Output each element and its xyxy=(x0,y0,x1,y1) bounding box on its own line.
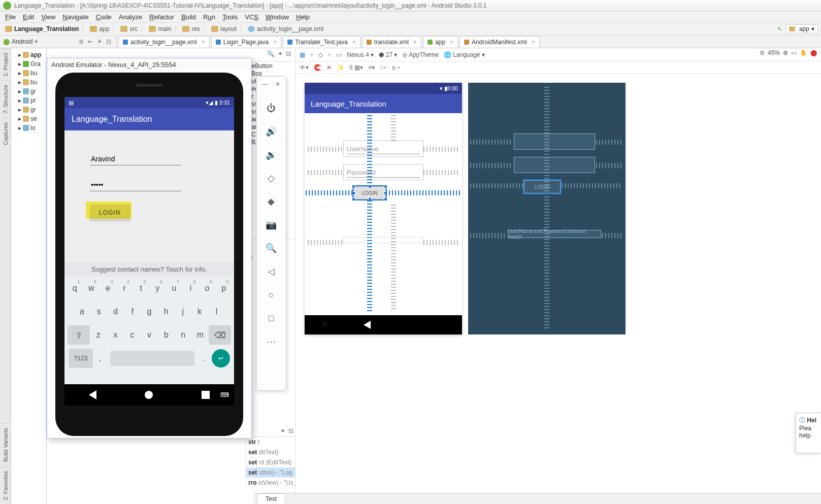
bp-username[interactable] xyxy=(514,133,595,150)
home-icon[interactable]: ○ xyxy=(264,288,278,302)
tree-node[interactable]: ▸app xyxy=(11,50,46,59)
view-mode-icon[interactable]: ▦ xyxy=(300,51,305,58)
key-b[interactable]: b xyxy=(159,325,173,345)
key-i[interactable]: 8i xyxy=(183,279,198,298)
zoom-icon[interactable]: 🔍 xyxy=(264,241,278,255)
key-r[interactable]: 4r xyxy=(117,279,132,298)
close-tab-icon[interactable]: × xyxy=(202,39,205,46)
gutter-captures[interactable]: Captures xyxy=(2,118,10,149)
menu-view[interactable]: View xyxy=(38,12,58,22)
blueprint-preview[interactable]: LOGIN UserName and Password doesnot matc… xyxy=(468,83,626,334)
breadcrumb-res[interactable]: res xyxy=(180,25,202,32)
component-tree-node[interactable]: str t xyxy=(246,437,295,447)
volume-up-icon[interactable]: 🔊 xyxy=(264,124,278,139)
key-o[interactable]: 9o xyxy=(200,279,214,298)
guidelines-icon[interactable]: ⫼▾ xyxy=(391,64,400,71)
tree-node[interactable]: ▸Gra xyxy=(11,59,46,69)
close-tab-icon[interactable]: × xyxy=(413,39,417,46)
symbols-key[interactable]: ?123 xyxy=(69,349,93,368)
component-tree-node[interactable]: set rd (EditText) xyxy=(246,457,295,467)
collapse-icon[interactable]: ⇤ xyxy=(88,38,95,45)
ctree-gear-icon[interactable]: ✦ xyxy=(280,427,285,434)
menu-code[interactable]: Code xyxy=(93,12,115,22)
overview-icon[interactable]: □ xyxy=(264,311,278,325)
emulator-username-input[interactable] xyxy=(90,153,181,165)
power-icon[interactable]: ⏻ xyxy=(264,101,278,115)
key-f[interactable]: f xyxy=(125,302,140,321)
rotate-right-icon[interactable]: ◆ xyxy=(264,194,278,209)
key-m[interactable]: m xyxy=(193,325,207,345)
menu-refactor[interactable]: Refactor xyxy=(146,12,177,22)
component-tree-node[interactable]: set utton) - "Log xyxy=(246,467,295,478)
align-icon[interactable]: ⫶▾ xyxy=(380,64,386,71)
device-selector[interactable]: Nexus 4 ▾ xyxy=(347,51,374,58)
emulator-screen[interactable]: ▤ ▾◢ ▮ 3:31 Language_Translation LOGIN S… xyxy=(64,97,234,406)
default-margin[interactable]: 8 ▦▾ xyxy=(349,64,363,71)
eye-icon[interactable]: 👁▾ xyxy=(300,64,309,71)
keyboard-icon[interactable]: ⌨ xyxy=(220,391,229,398)
preview-password-input[interactable]: Password xyxy=(343,164,423,180)
keyboard-suggestion-bar[interactable]: Suggest contact names? Touch for info. xyxy=(64,261,234,277)
pan-icon[interactable]: ✋ xyxy=(800,49,807,56)
emu-min-icon[interactable]: — xyxy=(262,81,268,88)
bp-password[interactable] xyxy=(514,157,595,173)
menu-build[interactable]: Build xyxy=(178,12,199,22)
infer-constraints-icon[interactable]: ✨ xyxy=(337,64,344,71)
editor-tab[interactable]: activity_login__page.xml× xyxy=(118,36,210,48)
shift-key[interactable]: ⇧ xyxy=(68,325,90,345)
key-v[interactable]: v xyxy=(142,325,156,345)
api-selector[interactable]: ⬣ 27 ▾ xyxy=(379,51,397,58)
language-selector[interactable]: 🌐 Language ▾ xyxy=(444,51,485,58)
close-tab-icon[interactable]: × xyxy=(450,39,453,46)
menu-analyze[interactable]: Analyze xyxy=(116,12,145,22)
theme-selector[interactable]: ◎ AppTheme xyxy=(402,51,438,58)
key-z[interactable]: z xyxy=(91,325,106,345)
menu-edit[interactable]: Edit xyxy=(20,12,37,22)
soft-keyboard[interactable]: 1q2w3e4r5t6y7u8i9o0p asdfghjkl ⇧ zxcvbnm… xyxy=(64,277,234,384)
volume-down-icon[interactable]: 🔉 xyxy=(264,148,278,162)
palette-item[interactable]: eButton xyxy=(245,62,295,70)
editor-tab[interactable]: AndroidManifest.xml× xyxy=(459,36,540,48)
nav-back-icon[interactable]: ↖ xyxy=(777,25,782,32)
key-l[interactable]: l xyxy=(209,302,223,321)
minimize-icon[interactable]: ⊟ xyxy=(106,38,113,45)
preview-canvas[interactable]: ▾ ▮ 8:00 Language_Translation User xyxy=(295,74,821,344)
more-icon[interactable]: ⋯ xyxy=(264,334,278,349)
space-key[interactable] xyxy=(110,351,194,366)
key-k[interactable]: k xyxy=(192,302,207,321)
screenshot-icon[interactable]: 📷 xyxy=(264,218,278,232)
gutter-structure[interactable]: 7: Structure xyxy=(2,80,10,118)
menu-file[interactable]: File xyxy=(2,12,19,22)
breadcrumb-src[interactable]: src xyxy=(118,25,140,32)
editor-tab[interactable]: translate.xml× xyxy=(362,36,421,48)
menu-tools[interactable]: Tools xyxy=(219,12,241,22)
ctree-min-icon[interactable]: ⊟ xyxy=(288,427,293,434)
gear-icon[interactable]: ✦ xyxy=(278,50,283,57)
close-tab-icon[interactable]: × xyxy=(352,39,356,46)
component-tree-node[interactable]: rro xtView) - "Us xyxy=(246,478,295,488)
comma-key[interactable]: , xyxy=(93,349,107,368)
menu-navigate[interactable]: Navigate xyxy=(59,12,91,22)
breadcrumb-root[interactable]: Language_Translation xyxy=(3,25,81,32)
key-d[interactable]: d xyxy=(109,302,123,321)
bp-error[interactable]: UserName and Password doesnot match xyxy=(508,230,601,238)
key-j[interactable]: j xyxy=(176,302,190,321)
key-h[interactable]: h xyxy=(159,302,173,321)
breadcrumb-file[interactable]: activity_login__page.xml xyxy=(246,25,325,32)
magnet-icon[interactable]: 🧲 xyxy=(314,64,321,71)
nav-home-icon[interactable] xyxy=(145,391,153,399)
rotate-left-icon[interactable]: ◇ xyxy=(264,171,278,185)
text-tab[interactable]: Text xyxy=(257,493,285,504)
key-c[interactable]: c xyxy=(125,325,140,345)
gutter-favorites[interactable]: 2: Favorites xyxy=(2,466,10,504)
tree-node[interactable]: ▸gr xyxy=(11,87,46,96)
key-u[interactable]: 7u xyxy=(167,279,181,298)
menu-run[interactable]: Run xyxy=(200,12,218,22)
editor-tab[interactable]: app× xyxy=(423,36,458,48)
tree-node[interactable]: ▸bu xyxy=(11,69,46,78)
key-e[interactable]: 3e xyxy=(101,279,115,298)
key-a[interactable]: a xyxy=(75,302,89,321)
preview-username-input[interactable]: UserName xyxy=(343,141,423,157)
key-t[interactable]: 5t xyxy=(134,279,148,298)
module-selector[interactable]: app ▾ xyxy=(785,24,818,33)
